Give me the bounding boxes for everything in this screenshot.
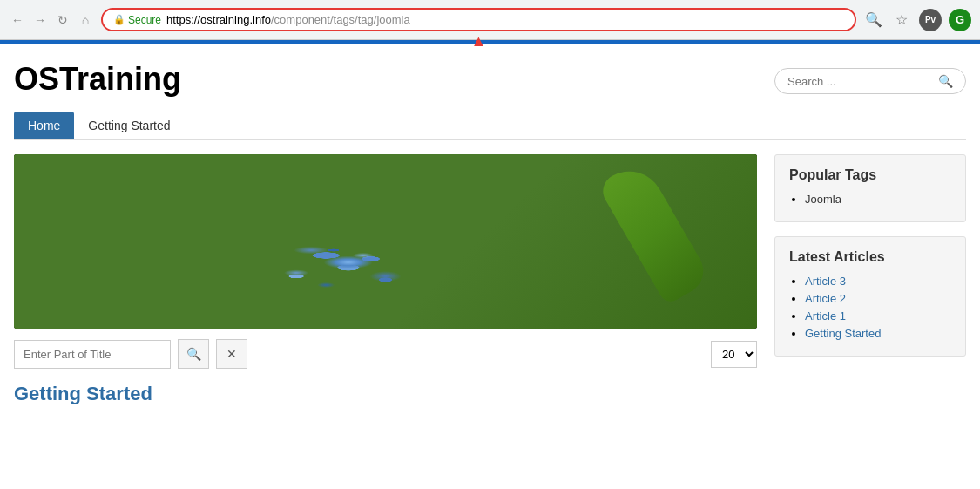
tag-joomla[interactable]: Joomla [805,193,841,206]
header-search-box[interactable]: 🔍 [774,68,966,94]
secure-label: 🔒 Secure [113,14,161,26]
hero-flower-overlay [14,154,757,329]
back-button[interactable]: ← [9,11,26,29]
main-layout: 🔍 ✕ 20 10 50 Getting Started Popular Tag… [14,154,966,405]
search-submit-button[interactable]: 🔍 [178,339,209,369]
nav-home[interactable]: Home [14,112,74,139]
title-search-input[interactable] [14,340,171,369]
per-page-dropdown[interactable]: 20 10 50 [712,342,756,367]
profile-g-icon[interactable]: G [949,9,971,31]
article-link-1[interactable]: Article 1 [805,309,846,323]
url-arrow: ▲ [471,33,487,49]
nav-bar: Home Getting Started [14,112,966,140]
latest-articles-list: Article 3 Article 2 Article 1 Getting St… [789,274,951,340]
hero-image [14,154,757,329]
browser-chrome: ← → ↻ ⌂ 🔒 Secure https://ostraining.info… [0,0,980,40]
home-button[interactable]: ⌂ [77,11,94,29]
list-item: Getting Started [805,326,951,340]
reload-button[interactable]: ↻ [54,11,71,29]
profile-pv-icon[interactable]: Pv [919,9,942,31]
article-link-3[interactable]: Article 3 [805,275,846,288]
list-item: Article 1 [805,309,951,323]
latest-articles-widget: Latest Articles Article 3 Article 2 Arti… [774,236,966,357]
page-header: OSTraining 🔍 [14,61,966,98]
popular-tags-list: Joomla [789,192,951,206]
url-text: https://ostraining.info/component/tags/t… [166,13,844,26]
nav-getting-started[interactable]: Getting Started [74,112,184,139]
latest-articles-title: Latest Articles [789,249,951,265]
article-title[interactable]: Getting Started [14,383,757,405]
list-item: Joomla [805,192,951,206]
article-link-2[interactable]: Article 2 [805,292,846,305]
bookmark-icon[interactable]: ☆ [891,10,912,31]
popular-tags-widget: Popular Tags Joomla [774,154,966,222]
clear-search-button[interactable]: ✕ [216,339,247,369]
forward-button[interactable]: → [31,11,49,29]
search-filter-bar: 🔍 ✕ 20 10 50 [14,339,757,369]
address-bar[interactable]: 🔒 Secure https://ostraining.info/compone… [101,8,856,31]
lock-icon: 🔒 [113,14,125,25]
toolbar-right: 🔍 ☆ Pv G [863,9,971,31]
per-page-select[interactable]: 20 10 50 [711,341,757,368]
list-item: Article 3 [805,274,951,288]
header-search-icon: 🔍 [938,74,953,88]
header-search-input[interactable] [787,75,938,88]
content-area: 🔍 ✕ 20 10 50 Getting Started [14,154,757,405]
nav-buttons: ← → ↻ ⌂ [9,11,94,29]
list-item: Article 2 [805,291,951,305]
site-title: OSTraining [14,61,181,98]
sidebar: Popular Tags Joomla Latest Articles Arti… [774,154,966,370]
article-link-getting-started[interactable]: Getting Started [805,327,881,340]
popular-tags-title: Popular Tags [789,167,951,183]
page-wrapper: OSTraining 🔍 Home Getting Started 🔍 ✕ [0,44,980,405]
search-icon[interactable]: 🔍 [863,10,884,31]
